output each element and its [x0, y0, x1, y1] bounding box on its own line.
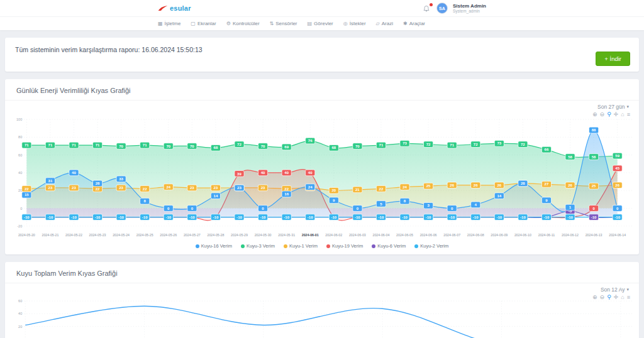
svg-text:58: 58	[592, 155, 596, 159]
svg-text:40: 40	[284, 171, 289, 175]
legend-item-kuyu-2-verim[interactable]: Kuyu-2 Verim	[414, 243, 448, 249]
zoom-out-icon[interactable]: ⊖	[600, 295, 605, 300]
svg-text:22: 22	[143, 187, 147, 191]
svg-text:0: 0	[20, 207, 22, 210]
svg-text:-10: -10	[567, 215, 573, 219]
tasks-icon: ▤	[308, 21, 313, 26]
svg-text:71: 71	[379, 143, 384, 147]
svg-text:40: 40	[261, 171, 265, 175]
svg-text:-10: -10	[426, 215, 431, 219]
svg-text:2024-05-21: 2024-05-21	[42, 233, 58, 237]
notifications-bell-icon[interactable]	[423, 4, 431, 13]
svg-text:24: 24	[402, 185, 407, 189]
svg-text:59: 59	[615, 154, 619, 158]
nav-item-label: İşletme	[165, 21, 181, 26]
svg-text:100: 100	[16, 117, 22, 121]
svg-text:2024-06-10: 2024-06-10	[514, 233, 531, 237]
report-title: Tüm sisteminin verim karşılaştırma rapor…	[5, 38, 639, 53]
nav-item-label: Görevler	[314, 21, 333, 26]
svg-text:-10: -10	[213, 215, 219, 219]
legend-item-kuyu-19-verim[interactable]: Kuyu-19 Verim	[326, 243, 363, 249]
company-icon: ▦	[158, 21, 163, 26]
pan-icon[interactable]: ✛	[614, 112, 619, 117]
zoom-in-icon[interactable]: ⊕	[592, 295, 597, 300]
zoom-in-icon[interactable]: ⊕	[592, 112, 597, 117]
nav-item-ekranlar[interactable]: ▢Ekranlar	[191, 21, 216, 26]
chart1-range-select[interactable]: Son 27 gün ▾	[597, 104, 629, 110]
user-name: Sistem Admin	[453, 3, 486, 9]
nav-item-label: Arazi	[382, 21, 393, 26]
zoom-select-icon[interactable]: ⚲	[607, 295, 611, 300]
download-button[interactable]: + İndir	[596, 52, 630, 66]
reset-home-icon[interactable]: ⌂	[621, 295, 624, 300]
legend-marker	[414, 244, 418, 248]
svg-text:-10: -10	[308, 215, 313, 219]
svg-text:-10: -10	[48, 215, 53, 219]
svg-text:2024-05-24: 2024-05-24	[113, 233, 130, 237]
svg-text:-10: -10	[473, 215, 479, 219]
reset-home-icon[interactable]: ⌂	[621, 112, 624, 117]
nav-item-araçlar[interactable]: ✱Araçlar	[403, 21, 425, 26]
svg-text:71: 71	[48, 143, 53, 147]
svg-text:2024-06-12: 2024-06-12	[562, 233, 579, 237]
total-efficiency-chart[interactable]: 6040200-20Kuyu-16Kuyu-3Kuyu-1Kuyu-19Kuyu…	[8, 295, 636, 338]
svg-text:2024-06-01: 2024-06-01	[302, 233, 319, 237]
svg-text:26: 26	[474, 183, 478, 187]
svg-text:0: 0	[357, 207, 359, 210]
notification-dot	[430, 3, 433, 6]
svg-text:-10: -10	[260, 215, 266, 219]
zoom-out-icon[interactable]: ⊖	[600, 112, 605, 117]
legend-item-kuyu-16-verim[interactable]: Kuyu-16 Verim	[196, 243, 232, 249]
legend-marker	[196, 244, 199, 248]
svg-text:58: 58	[568, 155, 572, 159]
svg-text:2024-05-22: 2024-05-22	[65, 233, 82, 237]
svg-text:-10: -10	[165, 215, 171, 219]
menu-icon[interactable]: ≡	[627, 112, 630, 117]
svg-text:23: 23	[261, 186, 265, 190]
svg-text:2024-06-14: 2024-06-14	[609, 233, 626, 237]
svg-text:2024-05-27: 2024-05-27	[184, 233, 201, 237]
chart2-range-select[interactable]: Son 12 Ay ▾	[601, 286, 629, 293]
legend-item-kuyu-6-verim[interactable]: Kuyu-6 Verim	[372, 243, 406, 249]
nav-item-kontrolcüler[interactable]: ⚙Kontrolcüler	[226, 21, 260, 26]
daily-efficiency-chart[interactable]: 100806040200-207171717170717070687270697…	[8, 112, 636, 242]
legend-label: Kuyu-16 Verim	[201, 243, 232, 249]
svg-text:25: 25	[592, 184, 596, 188]
svg-text:-10: -10	[71, 215, 77, 219]
legend-item-kuyu-1-verim[interactable]: Kuyu-1 Verim	[284, 243, 318, 249]
svg-text:24: 24	[166, 185, 170, 189]
zoom-select-icon[interactable]: ⚲	[607, 112, 611, 117]
total-efficiency-chart-card: Kuyu Toplam Verim Kıyas Grafiği Son 12 A…	[5, 262, 639, 338]
svg-text:71: 71	[143, 143, 147, 147]
nav-item-i̇stekler[interactable]: ◎İstekler	[343, 21, 366, 26]
svg-text:60: 60	[18, 153, 22, 157]
svg-text:2024-05-20: 2024-05-20	[18, 233, 35, 237]
svg-text:72: 72	[237, 143, 242, 146]
svg-text:2024-05-30: 2024-05-30	[255, 233, 272, 237]
svg-text:2024-05-28: 2024-05-28	[207, 233, 224, 237]
nav-item-label: Sensörler	[275, 21, 297, 26]
svg-text:88: 88	[592, 128, 596, 132]
menu-icon[interactable]: ≡	[627, 295, 630, 300]
nav-item-i̇şletme[interactable]: ▦İşletme	[158, 21, 180, 26]
logo[interactable]: esular	[158, 4, 191, 12]
nav-item-sensörler[interactable]: ⇅Sensörler	[270, 21, 297, 26]
pan-icon[interactable]: ✛	[614, 295, 619, 300]
avatar[interactable]: SA	[436, 3, 448, 14]
chevron-down-icon: ▾	[626, 104, 629, 109]
svg-text:31: 31	[48, 179, 53, 183]
svg-text:27: 27	[545, 182, 549, 186]
svg-text:2024-05-31: 2024-05-31	[278, 233, 295, 237]
legend-item-kuyu-3-verim[interactable]: Kuyu-3 Verim	[241, 243, 275, 249]
svg-text:72: 72	[426, 143, 431, 146]
svg-text:73: 73	[497, 141, 501, 145]
svg-text:68: 68	[214, 146, 218, 150]
nav-item-arazi[interactable]: ▱Arazi	[376, 21, 393, 26]
sensors-icon: ⇅	[270, 21, 274, 26]
nav-item-görevler[interactable]: ▤Görevler	[308, 21, 333, 26]
svg-text:39: 39	[237, 172, 242, 176]
svg-text:-10: -10	[379, 215, 384, 219]
svg-text:2024-06-03: 2024-06-03	[349, 233, 366, 237]
svg-text:72: 72	[474, 143, 478, 146]
svg-text:23: 23	[237, 186, 242, 190]
